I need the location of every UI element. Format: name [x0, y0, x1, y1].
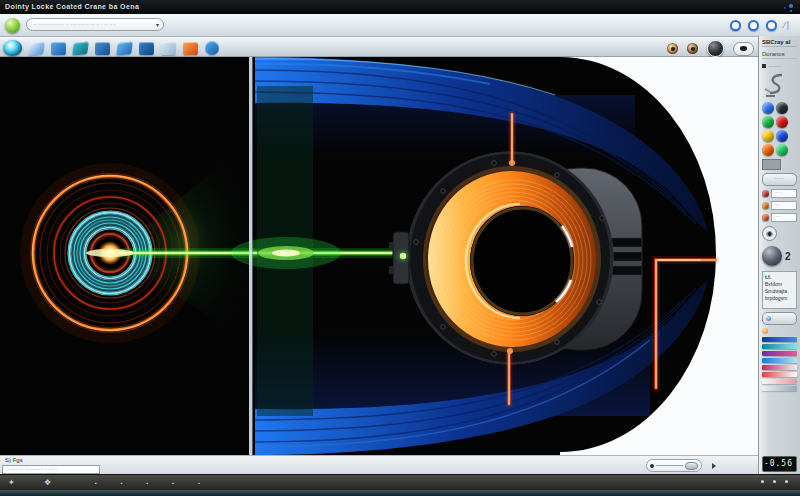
tray-dots — [761, 480, 788, 483]
open-view-icon[interactable] — [51, 42, 66, 55]
color-swatch-button[interactable] — [762, 130, 774, 142]
clamp-tool-icon[interactable] — [762, 73, 797, 99]
status-dropdown[interactable]: ·· ···· ··· ··········· · ···· · — [2, 465, 100, 474]
caret-down-icon[interactable]: ▾ — [156, 19, 159, 31]
color-swatch-button[interactable] — [776, 144, 788, 156]
tool-icon-row — [3, 40, 219, 56]
layer-item[interactable] — [762, 372, 797, 377]
layer-list — [762, 337, 797, 391]
sidebar-subheader: Doranos — [762, 50, 797, 59]
tray-dot-icon[interactable] — [785, 480, 788, 483]
trackball-icon[interactable] — [762, 246, 782, 266]
titlebar-menu-icon[interactable] — [789, 4, 793, 8]
record-button-icon[interactable] — [667, 43, 678, 54]
notes-box: t.f. Bxfdom Smdwajta brpdogsm — [762, 271, 797, 309]
save-scene-icon[interactable] — [72, 41, 89, 55]
layer-item[interactable] — [762, 337, 797, 342]
mini-field[interactable]: ······· — [771, 189, 797, 198]
layer-item[interactable] — [762, 365, 797, 370]
mini-field[interactable]: ····· — [771, 201, 797, 210]
layer-toggle-row[interactable]: ······· — [762, 189, 797, 198]
layer-toggle-row[interactable]: ····· — [762, 201, 797, 210]
layer-item[interactable] — [762, 351, 797, 356]
bottom-strip — [0, 490, 800, 496]
slider-track[interactable] — [656, 465, 683, 466]
divider-icon: ∕∣ — [784, 21, 790, 30]
folder-icon[interactable] — [161, 42, 176, 55]
power-button-icon[interactable] — [707, 40, 724, 57]
measure-tool-icon[interactable] — [139, 42, 154, 55]
status-bar: S) Fgs ·· ···· ··· ··········· · ···· · — [0, 455, 758, 474]
sidebar-button[interactable]: ······ — [762, 173, 797, 186]
record-controls — [667, 40, 754, 57]
layers-tool-icon[interactable] — [116, 41, 133, 55]
tools-toolbar — [0, 37, 758, 57]
right-sidebar-panel: SBCray al Doranos ········ ······ — [758, 36, 800, 474]
apply-button[interactable] — [762, 312, 797, 325]
taskbar-item[interactable]: ▪ — [172, 480, 174, 486]
color-swatch-button[interactable] — [776, 130, 788, 142]
address-input[interactable]: ·· ················ ·· ··········· ··· ·… — [26, 18, 164, 31]
layer-item[interactable] — [762, 358, 797, 363]
color-swatch-button[interactable] — [776, 102, 788, 114]
titlebar[interactable]: Dointy Locke Coated Crane ba Oena — [0, 0, 800, 14]
ring-button-icon[interactable] — [766, 20, 777, 31]
note-line: brpdogsm — [765, 295, 794, 302]
status-dot-icon — [762, 214, 769, 221]
ring-button-icon[interactable] — [748, 20, 759, 31]
lcd-readout: -0.56 — [762, 456, 797, 472]
window-title: Dointy Locke Coated Crane ba Oena — [5, 3, 139, 10]
blue-dot-icon — [766, 316, 771, 321]
taskbar-item[interactable]: ▪ — [121, 480, 123, 486]
mini-field[interactable]: ······ — [771, 213, 797, 222]
record-button-icon[interactable] — [687, 43, 698, 54]
application-window: Dointy Locke Coated Crane ba Oena ·· ···… — [0, 0, 800, 496]
new-document-icon[interactable] — [28, 41, 45, 55]
status-text: S) Fgs — [5, 457, 23, 463]
globe-icon[interactable] — [205, 41, 219, 55]
taskbar-item[interactable]: ▪ — [147, 480, 149, 486]
field-dots: ········ — [768, 63, 781, 69]
layer-item[interactable] — [762, 386, 797, 391]
color-swatch-button[interactable] — [762, 102, 774, 114]
layer-item[interactable] — [762, 379, 797, 384]
gray-swatch[interactable] — [762, 159, 781, 170]
status-dot-icon — [762, 202, 769, 209]
note-line: Smdwajta — [765, 288, 794, 295]
target-button-icon[interactable]: ◉ — [762, 226, 777, 241]
layer-seam — [249, 57, 253, 455]
sidebar-field-row[interactable]: ········ — [762, 62, 797, 70]
taskbar-item[interactable]: ▪ — [198, 480, 200, 486]
tray-dot-icon[interactable] — [761, 480, 764, 483]
taskbar-item[interactable]: ▪ — [95, 480, 97, 486]
color-swatch-icon[interactable] — [183, 42, 198, 55]
trackball-row: 2 — [762, 244, 797, 268]
taskbar-items: ▪ ▪ ▪ ▪ ▪ — [95, 480, 200, 486]
zoom-slider[interactable] — [646, 459, 702, 472]
color-swatch-button[interactable] — [762, 144, 774, 156]
slider-dot-icon — [650, 464, 654, 468]
value-label: 2 — [785, 251, 791, 262]
layer-item[interactable] — [762, 344, 797, 349]
launcher-star-icon[interactable]: ✦ — [8, 478, 15, 488]
resize-arrow-icon[interactable] — [712, 463, 716, 469]
note-line: Bxfdom — [765, 281, 794, 288]
toggle-button-icon[interactable] — [733, 42, 754, 56]
address-value: ·· ················ ·· ··········· ··· ·… — [33, 21, 115, 27]
app-launcher-icon[interactable] — [5, 18, 20, 33]
slider-knob[interactable] — [685, 462, 698, 470]
tray-dot-icon[interactable] — [773, 480, 776, 483]
apps-diamond-icon[interactable]: ❖ — [44, 478, 51, 488]
color-swatch-button[interactable] — [762, 116, 774, 128]
note-line: t.f. — [765, 274, 794, 281]
color-swatch-button[interactable] — [776, 116, 788, 128]
target-button-row: ◉ — [762, 225, 797, 241]
taskbar: ✦ ❖ ▪ ▪ ▪ ▪ ▪ — [0, 474, 800, 490]
ring-button-icon[interactable] — [730, 20, 741, 31]
image-tool-icon[interactable] — [95, 42, 110, 55]
color-palette — [762, 102, 792, 156]
viewport-canvas[interactable] — [0, 57, 758, 455]
layer-toggle-row[interactable]: ······ — [762, 213, 797, 222]
window-controls: ∕∣ — [730, 20, 790, 31]
app-logo-icon[interactable] — [3, 40, 22, 56]
